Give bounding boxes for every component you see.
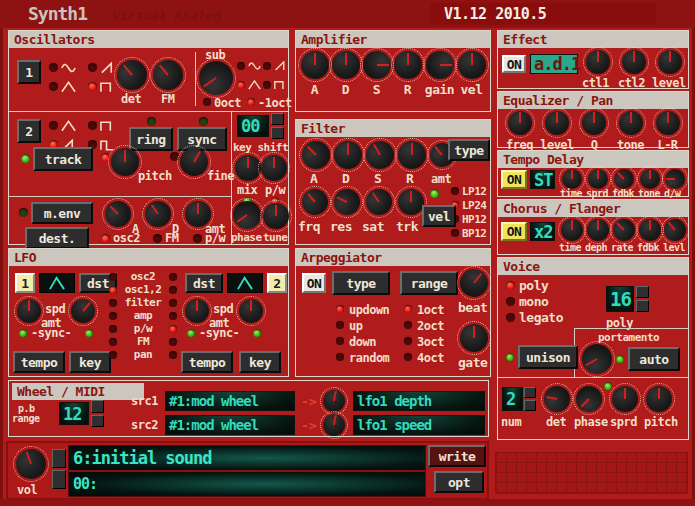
- chorus-levl-knob[interactable]: [660, 215, 691, 246]
- menv-dest-button[interactable]: dest.: [25, 227, 89, 249]
- lfo2-spd-knob[interactable]: [185, 299, 209, 323]
- opt-button[interactable]: opt: [434, 471, 484, 493]
- amp-gain-knob[interactable]: [426, 51, 454, 79]
- lfo2-amt-knob[interactable]: [239, 299, 263, 323]
- lfo2-dest-fm-led[interactable]: [169, 338, 177, 346]
- pb-range-stepper[interactable]: [91, 400, 104, 427]
- osc1-triangle-led[interactable]: [49, 82, 58, 91]
- ring-button[interactable]: ring: [129, 127, 173, 151]
- menv-a-knob[interactable]: [100, 196, 137, 233]
- sync-button[interactable]: sync: [177, 127, 227, 151]
- phase-knob[interactable]: [228, 196, 267, 235]
- filter-lp12-led[interactable]: [451, 187, 459, 195]
- patch-name-display[interactable]: 6:initial sound: [69, 446, 425, 470]
- lfo1-key-button[interactable]: key: [69, 351, 111, 373]
- stepper-down[interactable]: [524, 400, 536, 411]
- unison-num-display[interactable]: 2: [502, 387, 523, 411]
- stepper-down[interactable]: [636, 300, 649, 312]
- stepper-up[interactable]: [524, 387, 536, 398]
- lfo1-dest-amp-led[interactable]: [109, 312, 117, 320]
- lfo1-dest-pw-led[interactable]: [109, 325, 117, 333]
- arp-1oct-led[interactable]: [404, 305, 412, 313]
- dest-osc2-led[interactable]: [101, 234, 110, 243]
- unison-button[interactable]: unison: [518, 345, 578, 369]
- patch-bank-display[interactable]: 00:: [69, 472, 425, 496]
- sub-triangle-led[interactable]: [237, 81, 245, 89]
- voice-poly-led[interactable]: [506, 281, 515, 290]
- lfo1-dest-osc12-led[interactable]: [109, 286, 117, 294]
- arp-type-button[interactable]: type: [332, 271, 390, 295]
- osc2-triangle-led[interactable]: [49, 121, 58, 130]
- sub-saw-led[interactable]: [263, 62, 271, 70]
- dest-fm-led[interactable]: [153, 234, 162, 243]
- unison-phase-knob[interactable]: [571, 381, 608, 418]
- filter-sat-knob[interactable]: [361, 184, 397, 220]
- lfo2-key-button[interactable]: key: [239, 351, 281, 373]
- src2-source-display[interactable]: #1:mod wheel: [165, 415, 295, 435]
- chorus-fdbk-knob[interactable]: [639, 219, 661, 241]
- chorus-mode-display[interactable]: x2: [530, 222, 555, 241]
- keyshift-stepper[interactable]: [271, 113, 284, 139]
- amp-vel-knob[interactable]: [458, 51, 486, 79]
- eq-lr-knob[interactable]: [656, 111, 680, 135]
- arp-updown-led[interactable]: [336, 305, 344, 313]
- osc2-button[interactable]: 2: [17, 119, 41, 143]
- lfo1-dest-filter-led[interactable]: [109, 299, 117, 307]
- arp-gate-knob[interactable]: [460, 324, 488, 352]
- volume-knob[interactable]: [12, 445, 50, 483]
- arp-down-led[interactable]: [336, 337, 344, 345]
- dest-pw-led[interactable]: [193, 234, 202, 243]
- osc1-sine-led[interactable]: [49, 63, 58, 72]
- osc1-fm-knob[interactable]: [147, 54, 189, 96]
- delay-time-knob[interactable]: [562, 169, 582, 189]
- lfo1-spd-knob[interactable]: [17, 299, 41, 323]
- lfo2-dest-osc2-led[interactable]: [169, 273, 177, 281]
- chorus-time-knob[interactable]: [561, 219, 583, 241]
- eq-tone-knob[interactable]: [619, 111, 643, 135]
- effect-on-button[interactable]: ON: [502, 55, 526, 73]
- sub-square-led[interactable]: [263, 81, 271, 89]
- lfo1-dest-osc2-led[interactable]: [109, 273, 117, 281]
- eq-freq-knob[interactable]: [508, 111, 532, 135]
- stepper-down[interactable]: [52, 470, 66, 489]
- chorus-rate-knob[interactable]: [608, 214, 639, 245]
- filter-a-knob[interactable]: [296, 135, 336, 175]
- osc1-square-led[interactable]: [88, 82, 97, 91]
- track-button[interactable]: track: [33, 147, 93, 171]
- osc2-pitch-knob[interactable]: [111, 148, 139, 176]
- menv-button[interactable]: m.env: [31, 202, 93, 224]
- lfo1-button[interactable]: 1: [15, 273, 35, 293]
- arp-on-button[interactable]: ON: [302, 273, 326, 293]
- delay-sprd-knob[interactable]: [588, 169, 608, 189]
- arp-beat-knob[interactable]: [454, 263, 493, 302]
- chorus-deph-knob[interactable]: [587, 219, 609, 241]
- stepper-down[interactable]: [91, 415, 104, 428]
- unison-num-stepper[interactable]: [524, 387, 536, 411]
- lfo2-dest-filter-led[interactable]: [169, 299, 177, 307]
- osc-pw-knob[interactable]: [261, 155, 287, 181]
- amp-a-knob[interactable]: [301, 51, 329, 79]
- effect-ctl2-knob[interactable]: [622, 50, 646, 74]
- filter-vel-button[interactable]: vel: [422, 205, 456, 227]
- stepper-down[interactable]: [271, 127, 284, 139]
- delay-tone-knob[interactable]: [640, 169, 660, 189]
- auto-button[interactable]: auto: [628, 347, 680, 371]
- stepper-up[interactable]: [271, 113, 284, 125]
- mix-knob[interactable]: [235, 155, 261, 181]
- poly-count-display[interactable]: 16: [606, 286, 634, 312]
- filter-bp12-led[interactable]: [451, 229, 459, 237]
- unison-det-knob[interactable]: [542, 384, 572, 414]
- arp-up-led[interactable]: [336, 321, 344, 329]
- delay-mode-display[interactable]: ST: [530, 170, 555, 189]
- lfo2-dst-button[interactable]: dst: [185, 273, 223, 293]
- menv-d-knob[interactable]: [140, 196, 176, 232]
- delay-on-button[interactable]: ON: [501, 170, 527, 189]
- patch-stepper[interactable]: [52, 449, 66, 489]
- effect-level-knob[interactable]: [658, 50, 682, 74]
- sub-minus1oct-led[interactable]: [247, 98, 255, 106]
- stepper-up[interactable]: [636, 286, 649, 298]
- src1-dest-display[interactable]: lfo1 depth: [353, 391, 485, 411]
- lfo1-dest-fm-led[interactable]: [109, 338, 117, 346]
- lfo1-wave-display[interactable]: [39, 273, 75, 293]
- effect-type-display[interactable]: a.d.1: [530, 54, 578, 74]
